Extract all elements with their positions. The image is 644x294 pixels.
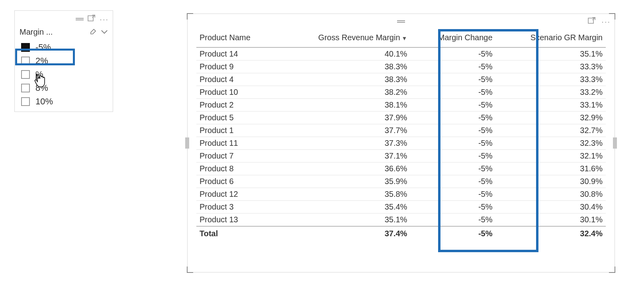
cell-scenario-margin: 32.1% (496, 150, 606, 163)
resize-corner-icon[interactable] (187, 267, 193, 273)
checkbox-icon[interactable] (21, 57, 30, 65)
cell-gross-margin: 37.3% (277, 137, 411, 150)
cell-gross-margin: 36.6% (277, 163, 411, 175)
cell-product-name: Product 14 (196, 47, 277, 61)
slicer-item[interactable]: -5% (17, 41, 110, 54)
cell-margin-change: -5% (410, 201, 495, 214)
cell-gross-margin: 38.1% (277, 99, 411, 112)
svg-rect-2 (588, 18, 593, 23)
cell-margin-change: -5% (410, 112, 495, 124)
cell-scenario-margin: 32.7% (496, 124, 606, 137)
table-toolbar: ··· (188, 16, 615, 29)
cell-margin-change: -5% (410, 61, 495, 73)
cell-product-name: Product 11 (196, 137, 277, 150)
cell-product-name: Product 3 (196, 201, 277, 214)
cell-total-gross: 37.4% (277, 226, 411, 240)
drag-handle-icon[interactable] (76, 17, 84, 21)
chevron-down-icon[interactable] (101, 28, 108, 36)
checkbox-icon[interactable] (21, 70, 30, 79)
cell-scenario-margin: 33.1% (496, 99, 606, 112)
cell-gross-margin: 38.3% (277, 61, 411, 73)
cell-gross-margin: 35.9% (277, 175, 411, 188)
focus-mode-icon[interactable] (588, 17, 596, 26)
checkbox-icon[interactable] (21, 84, 30, 92)
table-row[interactable]: Product 938.3%-5%33.3% (196, 61, 606, 73)
cell-scenario-margin: 30.1% (496, 214, 606, 227)
cell-scenario-margin: 33.3% (496, 61, 606, 73)
table-row[interactable]: Product 438.3%-5%33.3% (196, 73, 606, 86)
cell-product-name: Product 13 (196, 214, 277, 227)
table-row[interactable]: Product 335.4%-5%30.4% (196, 201, 606, 214)
cell-gross-margin: 35.1% (277, 214, 411, 227)
cell-product-name: Product 7 (196, 150, 277, 163)
slicer-item[interactable]: 8% (17, 81, 110, 95)
drag-handle-icon[interactable] (397, 20, 405, 24)
resize-side-handle[interactable] (613, 137, 617, 149)
resize-corner-icon[interactable] (609, 267, 615, 273)
cell-scenario-margin: 31.6% (496, 163, 606, 175)
table-visual[interactable]: ··· Product Name Gross Revenue Margin▼ M… (187, 14, 615, 272)
resize-side-handle[interactable] (185, 137, 189, 149)
cell-margin-change: -5% (410, 137, 495, 150)
cell-product-name: Product 5 (196, 112, 277, 124)
cell-product-name: Product 10 (196, 86, 277, 99)
cell-product-name: Product 9 (196, 61, 277, 73)
cell-product-name: Product 2 (196, 99, 277, 112)
cell-scenario-margin: 32.3% (496, 137, 606, 150)
cell-margin-change: -5% (410, 99, 495, 112)
cell-product-name: Product 1 (196, 124, 277, 137)
data-table: Product Name Gross Revenue Margin▼ Margi… (196, 29, 606, 240)
table-row[interactable]: Product 1335.1%-5%30.1% (196, 214, 606, 227)
checkbox-icon[interactable] (21, 97, 30, 106)
col-header-product[interactable]: Product Name (196, 29, 277, 47)
table-row[interactable]: Product 238.1%-5%33.1% (196, 99, 606, 112)
cell-margin-change: -5% (410, 73, 495, 86)
focus-mode-icon[interactable] (88, 15, 96, 24)
cell-margin-change: -5% (410, 175, 495, 188)
cell-scenario-margin: 32.9% (496, 112, 606, 124)
cell-gross-margin: 38.3% (277, 73, 411, 86)
cell-scenario-margin: 30.8% (496, 188, 606, 201)
table-total-row: Total37.4%-5%32.4% (196, 226, 606, 240)
table-row[interactable]: Product 1235.8%-5%30.8% (196, 188, 606, 201)
cell-scenario-margin: 30.4% (496, 201, 606, 214)
cell-margin-change: -5% (410, 163, 495, 175)
table-row[interactable]: Product 1038.2%-5%33.2% (196, 86, 606, 99)
cell-margin-change: -5% (410, 47, 495, 61)
cell-total-scenario: 32.4% (496, 226, 606, 240)
col-header-margin-change[interactable]: Margin Change (410, 29, 495, 47)
slicer-item-label: % (35, 69, 43, 80)
col-header-scenario-margin[interactable]: Scenario GR Margin (496, 29, 606, 47)
table-row[interactable]: Product 137.7%-5%32.7% (196, 124, 606, 137)
slicer-visual[interactable]: ··· Margin ... -5%2%%8%10% (14, 10, 113, 112)
cell-product-name: Product 12 (196, 188, 277, 201)
cell-scenario-margin: 33.2% (496, 86, 606, 99)
cell-gross-margin: 35.8% (277, 188, 411, 201)
slicer-item-label: 10% (35, 96, 53, 107)
cell-margin-change: -5% (410, 124, 495, 137)
more-options-icon[interactable]: ··· (601, 19, 611, 24)
cell-gross-margin: 40.1% (277, 47, 411, 61)
table-row[interactable]: Product 1440.1%-5%35.1% (196, 47, 606, 61)
table-row[interactable]: Product 737.1%-5%32.1% (196, 150, 606, 163)
checkbox-icon[interactable] (21, 43, 30, 52)
more-options-icon[interactable]: ··· (100, 16, 109, 22)
table-row[interactable]: Product 635.9%-5%30.9% (196, 175, 606, 188)
table-row[interactable]: Product 1137.3%-5%32.3% (196, 137, 606, 150)
cell-gross-margin: 37.7% (277, 124, 411, 137)
eraser-icon[interactable] (90, 28, 97, 36)
cell-margin-change: -5% (410, 86, 495, 99)
cell-gross-margin: 37.1% (277, 150, 411, 163)
slicer-item[interactable]: 10% (17, 95, 110, 108)
slicer-item[interactable]: 2% (17, 54, 110, 68)
col-header-gross-margin[interactable]: Gross Revenue Margin▼ (277, 29, 411, 47)
slicer-item[interactable]: % (17, 68, 110, 81)
slicer-title: Margin ... (20, 27, 53, 37)
cell-scenario-margin: 30.9% (496, 175, 606, 188)
table-row[interactable]: Product 537.9%-5%32.9% (196, 112, 606, 124)
sort-desc-icon: ▼ (400, 35, 407, 41)
table-row[interactable]: Product 836.6%-5%31.6% (196, 163, 606, 175)
cell-margin-change: -5% (410, 188, 495, 201)
svg-rect-0 (88, 16, 93, 21)
slicer-header[interactable]: Margin ... (17, 26, 110, 41)
